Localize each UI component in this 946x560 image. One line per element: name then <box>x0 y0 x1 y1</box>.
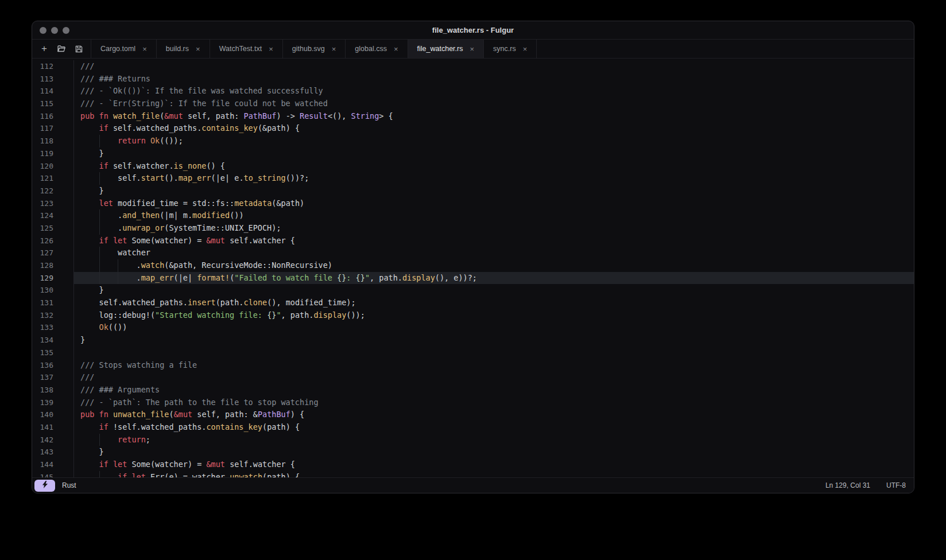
line-number: 135 <box>32 347 74 359</box>
save-file-button[interactable] <box>70 41 87 56</box>
code-text[interactable]: /// Stops watching a file <box>74 359 914 372</box>
tab-label: global.css <box>355 45 387 53</box>
code-editor[interactable]: 112///113/// ### Returns114/// - `Ok(())… <box>32 59 914 477</box>
code-text[interactable]: self.start().map_err(|e| e.to_string())?… <box>74 172 914 185</box>
indent-guide <box>99 434 100 446</box>
code-text[interactable]: if let Some(watcher) = &mut self.watcher… <box>74 458 914 471</box>
save-icon <box>75 45 83 53</box>
line-number: 123 <box>32 197 74 210</box>
code-text[interactable]: if let Some(watcher) = &mut self.watcher… <box>74 235 914 247</box>
line-number: 120 <box>32 160 74 173</box>
code-text[interactable]: Ok(()) <box>74 321 914 334</box>
code-text[interactable]: log::debug!("Started watching file: {}",… <box>74 309 914 322</box>
tab-sync.rs[interactable]: sync.rs× <box>483 40 537 58</box>
tab-label: build.rs <box>166 45 189 53</box>
code-text[interactable]: pub fn watch_file(&mut self, path: PathB… <box>74 110 914 123</box>
indent-guide <box>118 259 118 272</box>
code-text[interactable]: } <box>74 185 914 197</box>
code-text[interactable]: /// <box>74 371 914 384</box>
open-file-button[interactable] <box>53 41 70 56</box>
tab-close-icon[interactable]: × <box>394 45 398 53</box>
code-line: 128 .watch(&path, RecursiveMode::NonRecu… <box>32 259 914 272</box>
code-line: 116pub fn watch_file(&mut self, path: Pa… <box>32 110 914 123</box>
tab-file_watcher.rs[interactable]: file_watcher.rs× <box>408 40 484 58</box>
code-text[interactable]: /// ### Returns <box>74 73 914 85</box>
code-text[interactable]: /// <box>74 60 914 73</box>
code-line: 140pub fn unwatch_file(&mut self, path: … <box>32 409 914 421</box>
language-mode-button[interactable] <box>34 480 55 492</box>
code-text[interactable]: } <box>74 284 914 297</box>
code-line: 126 if let Some(watcher) = &mut self.wat… <box>32 235 914 247</box>
tab-list: Cargo.toml×build.rs×WatchTest.txt×github… <box>91 40 537 58</box>
code-text[interactable]: .unwrap_or(SystemTime::UNIX_EPOCH); <box>74 222 914 235</box>
code-text[interactable]: return Ok(()); <box>74 135 914 147</box>
tab-close-icon[interactable]: × <box>269 45 273 53</box>
code-line: 136/// Stops watching a file <box>32 359 914 372</box>
code-text[interactable]: /// - `path`: The path to the file to st… <box>74 396 914 409</box>
code-text[interactable]: /// - `Ok(())`: If the file was watched … <box>74 85 914 98</box>
code-text[interactable]: .map_err(|e| format!("Failed to watch fi… <box>74 272 914 285</box>
folder-icon <box>57 44 66 53</box>
line-number: 125 <box>32 222 74 235</box>
code-line: 143 } <box>32 446 914 458</box>
tab-close-icon[interactable]: × <box>470 45 474 53</box>
code-text[interactable]: pub fn unwatch_file(&mut self, path: &Pa… <box>74 409 914 421</box>
code-line: 134} <box>32 334 914 347</box>
code-text[interactable]: } <box>74 334 914 347</box>
tab-close-icon[interactable]: × <box>196 45 200 53</box>
tab-Cargo.toml[interactable]: Cargo.toml× <box>91 40 156 58</box>
code-line: 124 .and_then(|m| m.modified()) <box>32 209 914 222</box>
indent-guide <box>118 272 118 285</box>
line-number: 137 <box>32 371 74 384</box>
code-text[interactable]: if !self.watched_paths.contains_key(path… <box>74 421 914 434</box>
status-bar: Rust Ln 129, Col 31 UTF-8 <box>32 477 914 493</box>
code-text[interactable]: let modified_time = std::fs::metadata(&p… <box>74 197 914 210</box>
line-number: 141 <box>32 421 74 434</box>
tab-label: WatchTest.txt <box>219 45 262 53</box>
cursor-position: Ln 129, Col 31 <box>825 481 870 489</box>
code-line: 133 Ok(()) <box>32 321 914 334</box>
code-text[interactable]: .watch(&path, RecursiveMode::NonRecursiv… <box>74 259 914 272</box>
code-text[interactable]: self.watched_paths.insert(path.clone(), … <box>74 297 914 309</box>
tab-global.css[interactable]: global.css× <box>345 40 407 58</box>
new-tab-button[interactable]: + <box>36 41 53 56</box>
code-line: 141 if !self.watched_paths.contains_key(… <box>32 421 914 434</box>
tab-close-icon[interactable]: × <box>523 45 528 53</box>
line-number: 114 <box>32 85 74 98</box>
code-line: 139/// - `path`: The path to the file to… <box>32 396 914 409</box>
code-line: 119 } <box>32 147 914 160</box>
tab-close-icon[interactable]: × <box>142 45 147 53</box>
code-text[interactable]: /// - `Err(String)`: If the file could n… <box>74 98 914 110</box>
tab-build.rs[interactable]: build.rs× <box>156 40 210 58</box>
code-text[interactable]: } <box>74 147 914 160</box>
plus-icon: + <box>41 43 47 55</box>
tab-label: sync.rs <box>493 45 516 53</box>
language-label: Rust <box>62 481 76 489</box>
code-text[interactable]: if let Err(e) = watcher.unwatch(path) { <box>74 471 914 477</box>
line-number: 136 <box>32 359 74 372</box>
code-line: 125 .unwrap_or(SystemTime::UNIX_EPOCH); <box>32 222 914 235</box>
code-line: 122 } <box>32 185 914 197</box>
tab-close-icon[interactable]: × <box>332 45 336 53</box>
code-text[interactable]: return; <box>74 434 914 446</box>
tab-label: Cargo.toml <box>100 45 135 53</box>
code-text[interactable]: /// ### Arguments <box>74 384 914 396</box>
code-line: 137/// <box>32 371 914 384</box>
code-line: 117 if self.watched_paths.contains_key(&… <box>32 122 914 135</box>
code-text[interactable]: } <box>74 446 914 458</box>
indent-guide <box>99 247 100 259</box>
code-line: 142 return; <box>32 434 914 446</box>
line-number: 127 <box>32 247 74 259</box>
code-line: 120 if self.watcher.is_none() { <box>32 160 914 173</box>
code-text[interactable]: watcher <box>74 247 914 259</box>
code-text[interactable]: if self.watcher.is_none() { <box>74 160 914 173</box>
code-text[interactable] <box>74 347 914 359</box>
line-number: 115 <box>32 98 74 110</box>
indent-guide <box>99 135 100 147</box>
line-number: 134 <box>32 334 74 347</box>
code-text[interactable]: .and_then(|m| m.modified()) <box>74 209 914 222</box>
tab-github.svg[interactable]: github.svg× <box>282 40 346 58</box>
code-line: 114/// - `Ok(())`: If the file was watch… <box>32 85 914 98</box>
code-text[interactable]: if self.watched_paths.contains_key(&path… <box>74 122 914 135</box>
tab-WatchTest.txt[interactable]: WatchTest.txt× <box>210 40 282 58</box>
